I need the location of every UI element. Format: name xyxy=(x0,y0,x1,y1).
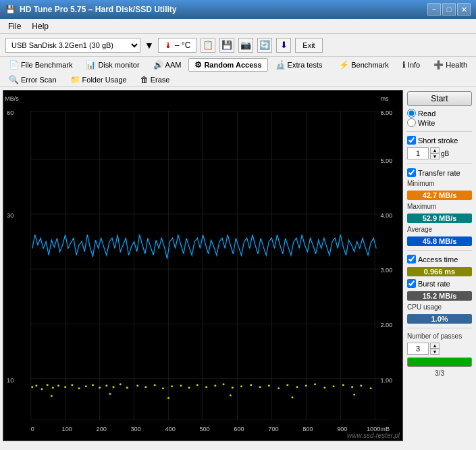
svg-point-66 xyxy=(214,384,216,386)
tab-health[interactable]: ➕ Health xyxy=(427,58,473,72)
camera-icon[interactable]: 📷 xyxy=(238,38,253,53)
svg-point-74 xyxy=(286,384,288,386)
svg-point-76 xyxy=(305,384,307,386)
short-stroke-input[interactable] xyxy=(407,147,429,159)
svg-point-43 xyxy=(41,388,43,390)
read-radio[interactable] xyxy=(407,109,416,118)
disk-monitor-icon: 📊 xyxy=(86,60,96,70)
svg-point-65 xyxy=(205,386,207,388)
tab-folder-usage[interactable]: 📁 Folder Usage xyxy=(64,73,133,86)
maximize-button[interactable]: □ xyxy=(442,3,456,16)
svg-text:0: 0 xyxy=(31,426,34,432)
temp-value: – °C xyxy=(175,41,190,50)
exit-button[interactable]: Exit xyxy=(295,38,322,53)
svg-point-53 xyxy=(105,384,107,386)
svg-point-49 xyxy=(78,387,80,389)
tab-disk-monitor[interactable]: 📊 Disk monitor xyxy=(80,58,145,72)
svg-point-79 xyxy=(333,385,335,387)
copy-icon[interactable]: 📋 xyxy=(201,38,215,53)
temperature-display: 🌡 – °C xyxy=(158,38,196,53)
svg-point-45 xyxy=(52,386,54,389)
svg-point-55 xyxy=(120,383,122,385)
app-icon: 💾 xyxy=(5,5,16,14)
svg-point-71 xyxy=(259,386,261,388)
tabs-row-1: 📄 File Benchmark 📊 Disk monitor 🔊 AAM ⚙ … xyxy=(0,57,476,87)
folder-usage-icon: 📁 xyxy=(70,75,80,84)
average-value: 45.8 MB/s xyxy=(407,236,472,246)
short-stroke-down[interactable]: ▼ xyxy=(430,153,440,159)
average-label: Average xyxy=(407,226,472,233)
svg-text:300: 300 xyxy=(131,426,141,432)
transfer-rate-checkbox[interactable] xyxy=(407,168,416,177)
start-button[interactable]: Start xyxy=(407,91,472,106)
read-radio-label[interactable]: Read xyxy=(407,109,472,118)
svg-point-46 xyxy=(57,384,59,386)
short-stroke-checkbox[interactable] xyxy=(407,136,416,145)
svg-point-75 xyxy=(296,386,298,388)
svg-point-86 xyxy=(167,397,169,399)
svg-text:60: 60 xyxy=(7,109,14,116)
short-stroke-checkbox-row: Short stroke xyxy=(407,136,472,145)
save-icon[interactable]: 💾 xyxy=(219,38,234,53)
svg-point-89 xyxy=(353,393,355,395)
close-button[interactable]: ✕ xyxy=(457,3,471,16)
svg-point-81 xyxy=(351,386,353,388)
access-time-checkbox[interactable] xyxy=(407,255,416,264)
svg-point-50 xyxy=(85,385,87,387)
write-radio[interactable] xyxy=(407,118,416,127)
svg-point-69 xyxy=(240,385,242,387)
error-scan-icon: 🔍 xyxy=(9,75,19,84)
svg-point-82 xyxy=(360,384,362,386)
svg-text:400: 400 xyxy=(165,426,175,432)
benchmark-icon: ⚡ xyxy=(339,60,349,70)
svg-point-88 xyxy=(291,396,293,398)
svg-point-72 xyxy=(268,384,270,386)
access-time-value: 0.966 ms xyxy=(407,267,472,276)
transfer-rate-checkbox-row: Transfer rate xyxy=(407,168,472,177)
svg-point-87 xyxy=(230,394,232,396)
maximum-value: 52.9 MB/s xyxy=(407,214,472,223)
svg-point-51 xyxy=(92,384,94,386)
svg-point-62 xyxy=(180,384,182,386)
svg-text:800: 800 xyxy=(302,426,313,432)
svg-text:600: 600 xyxy=(234,426,244,432)
random-access-icon: ⚙ xyxy=(194,60,202,70)
passes-label: Number of passes xyxy=(407,332,472,340)
menu-file[interactable]: File xyxy=(5,20,24,32)
svg-point-60 xyxy=(162,387,164,389)
write-radio-label[interactable]: Write xyxy=(407,118,472,127)
svg-point-63 xyxy=(188,386,190,389)
erase-icon: 🗑 xyxy=(140,75,149,84)
svg-point-57 xyxy=(136,384,138,386)
tab-error-scan[interactable]: 🔍 Error Scan xyxy=(3,73,63,86)
tab-random-access[interactable]: ⚙ Random Access xyxy=(188,58,267,72)
tab-info[interactable]: ℹ Info xyxy=(396,58,426,72)
svg-text:MB/s: MB/s xyxy=(5,95,19,102)
toolbar: USB SanDisk 3.2Gen1 (30 gB) ▼ 🌡 – °C 📋 💾… xyxy=(0,34,476,57)
passes-spinner-row: ▲ ▼ xyxy=(407,343,472,355)
tab-benchmark[interactable]: ⚡ Benchmark xyxy=(333,58,395,72)
tab-extra-tests[interactable]: 🔬 Extra tests xyxy=(269,58,329,72)
tab-file-benchmark[interactable]: 📄 File Benchmark xyxy=(3,58,78,72)
svg-point-48 xyxy=(71,384,73,386)
svg-point-73 xyxy=(277,387,280,389)
svg-text:ms: ms xyxy=(380,95,389,102)
svg-text:200: 200 xyxy=(97,426,107,432)
burst-rate-checkbox-row: Burst rate xyxy=(407,279,472,288)
short-stroke-up[interactable]: ▲ xyxy=(430,147,440,153)
svg-point-83 xyxy=(370,387,372,389)
download-icon[interactable]: ⬇ xyxy=(276,38,291,53)
menu-help[interactable]: Help xyxy=(29,20,51,32)
refresh-icon[interactable]: 🔄 xyxy=(257,38,272,53)
passes-down[interactable]: ▼ xyxy=(430,349,440,355)
svg-point-42 xyxy=(35,384,37,386)
tab-aam[interactable]: 🔊 AAM xyxy=(147,58,188,72)
svg-point-54 xyxy=(113,386,115,388)
svg-text:3.00: 3.00 xyxy=(380,267,392,274)
drive-select[interactable]: USB SanDisk 3.2Gen1 (30 gB) xyxy=(5,38,140,53)
tab-erase[interactable]: 🗑 Erase xyxy=(134,73,176,86)
passes-input[interactable] xyxy=(407,343,429,355)
burst-rate-checkbox[interactable] xyxy=(407,279,416,288)
passes-up[interactable]: ▲ xyxy=(430,343,440,349)
minimize-button[interactable]: − xyxy=(427,3,441,16)
